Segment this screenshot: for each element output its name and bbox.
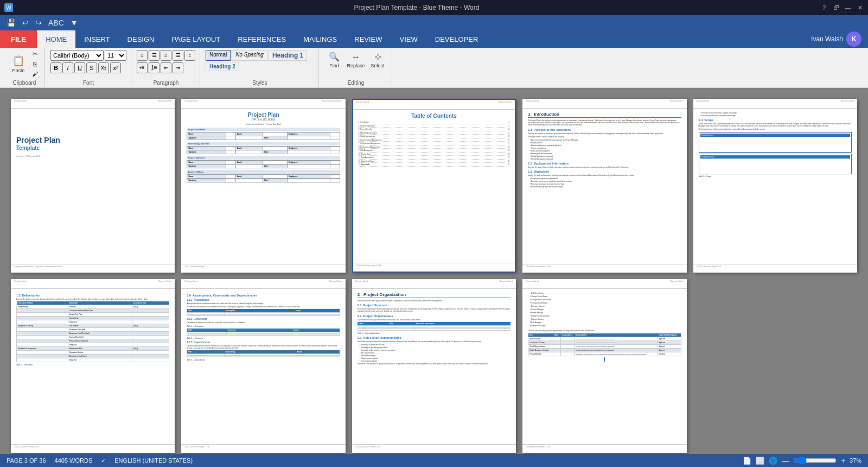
underline-button[interactable]: U — [74, 62, 85, 73]
background-text: Describe the project history. Include in… — [528, 166, 681, 168]
toc-list: 1 Introduction4 2 Project Organization9 … — [359, 121, 509, 167]
dependencies-heading: 1.6.3 Dependencies — [187, 341, 340, 344]
align-left-button[interactable]: ≡ — [137, 50, 148, 61]
page-info[interactable]: PAGE 3 OF 36 — [7, 457, 46, 464]
page-8-body: 2 Project Organization Identify all aspe… — [352, 289, 516, 369]
align-center-button[interactable]: ☰ — [149, 50, 159, 61]
title-page-title: Project Plan — [187, 112, 340, 118]
undo-quick-button[interactable]: ↩ — [20, 17, 31, 28]
cut-button[interactable]: ✂ — [29, 50, 40, 59]
zoom-out-icon[interactable]: — — [782, 457, 789, 465]
zoom-slider[interactable] — [793, 457, 837, 464]
toc-item-7: 7 Configuration Management27 — [359, 142, 509, 146]
paste-button[interactable]: 📋 Paste — [9, 54, 28, 74]
spell-check-icon[interactable]: ✓ — [101, 457, 106, 464]
toc-item-9: 9 Risk Management30 — [359, 149, 509, 153]
zoom-in-icon[interactable]: + — [841, 457, 845, 465]
toc-item-2: 2 Project Organization9 — [359, 125, 509, 128]
requestor-header: Requestor Name: — [187, 128, 340, 131]
zoom-level[interactable]: 37% — [850, 457, 861, 464]
page-6-footer: ©2014 iQ Solutions • Page 6 of 36 — [11, 444, 175, 453]
page-4-header: [Company Name] [Document Name] — [522, 99, 686, 109]
page-4-thumb[interactable]: [Company Name] [Document Name] 1 Introdu… — [522, 99, 686, 273]
find-button[interactable]: 🔍 Find — [324, 50, 344, 71]
print-layout-icon[interactable]: ⬜ — [756, 457, 764, 465]
bullet-list-button[interactable]: •≡ — [137, 62, 148, 73]
minimize-button[interactable]: — — [844, 4, 852, 11]
page-6-thumb[interactable]: [Company Name] [Document Name] 1.5 Deliv… — [11, 279, 175, 453]
read-mode-icon[interactable]: 📄 — [743, 457, 751, 465]
superscript-button[interactable]: x² — [110, 62, 121, 73]
select-button[interactable]: ⊹ Select — [368, 50, 387, 71]
strikethrough-button[interactable]: S — [86, 62, 97, 73]
indent-decrease-button[interactable]: ⇤ — [161, 62, 171, 73]
tab-view[interactable]: VIEW — [391, 30, 426, 48]
document-view[interactable]: [Company Name] [Document Name] Project P… — [0, 88, 868, 454]
font-family-select[interactable]: Calibri (Body) — [50, 50, 104, 61]
numbered-list-button[interactable]: 1≡ — [149, 62, 159, 73]
roles-bullet-5: • Systems knowledge — [360, 355, 510, 357]
italic-button[interactable]: I — [62, 62, 73, 73]
page-7-body: 1.6 Assumptions, Constraints and Depende… — [181, 289, 345, 366]
save-quick-button[interactable]: 💾 — [4, 17, 18, 28]
toc-item-6: 6 Communication Management25 — [359, 139, 509, 142]
align-right-button[interactable]: ≡ — [161, 50, 171, 61]
web-layout-icon[interactable]: 🌐 — [769, 457, 777, 465]
page-9-header: [Company Name] [Document Name] — [522, 279, 686, 289]
role-6: • Product Manager — [530, 308, 681, 311]
title-bar-controls[interactable]: ? 🗗 — ✕ — [820, 4, 864, 11]
restore-button[interactable]: 🗗 — [832, 4, 840, 11]
tab-review[interactable]: REVIEW — [346, 30, 391, 48]
page-5-thumb[interactable]: [Company Name] [Document Name] • Increas… — [693, 99, 857, 273]
style-heading2[interactable]: Heading 2 — [206, 62, 239, 71]
help-button[interactable]: ? — [820, 4, 828, 11]
style-no-spacing[interactable]: No Spacing — [232, 50, 267, 61]
tab-insert[interactable]: INSERT — [75, 30, 118, 48]
language[interactable]: ENGLISH (UNITED STATES) — [114, 457, 193, 464]
style-heading1[interactable]: Heading 1 — [269, 50, 307, 61]
tab-file[interactable]: FILE — [0, 30, 37, 48]
purpose-text2: The Project Plan is used to formalize th… — [528, 136, 681, 138]
tab-references[interactable]: REFERENCES — [229, 30, 295, 48]
user-name: Ivan Walsh — [811, 35, 843, 43]
bold-button[interactable]: B — [50, 62, 61, 73]
copy-button[interactable]: ⎘ — [29, 60, 40, 68]
more-quick-button[interactable]: ▼ — [68, 17, 80, 28]
tab-design[interactable]: DESIGN — [119, 30, 163, 48]
replace-button[interactable]: ↔ Replace — [346, 50, 366, 71]
tab-page-layout[interactable]: PAGE LAYOUT — [163, 30, 229, 48]
paste-icon: 📋 — [12, 55, 24, 67]
proj-org-text: Identify all aspects of the project rela… — [358, 300, 510, 302]
justify-button[interactable]: ☰ — [173, 50, 183, 61]
subscript-button[interactable]: x₂ — [98, 62, 109, 73]
line-spacing-button[interactable]: ↕ — [184, 50, 195, 61]
tab-mailings[interactable]: MAILINGS — [295, 30, 346, 48]
toc-item-5: 5 Quality Management23 — [359, 135, 509, 138]
indent-increase-button[interactable]: ⇥ — [173, 62, 183, 73]
word-count[interactable]: 4405 WORDS — [55, 457, 93, 464]
page-7-thumb[interactable]: [Company Name] [Document Name] 1.6 Assum… — [181, 279, 345, 453]
page-8-thumb[interactable]: [Company Name] [Document Name] 2 Project… — [352, 279, 516, 453]
page-2-thumb[interactable]: [Company Name] [Document Name] [Number] … — [181, 99, 345, 273]
close-button[interactable]: ✕ — [856, 4, 864, 11]
spelling-quick-button[interactable]: ABC — [46, 17, 66, 28]
font-size-select[interactable]: 11 — [105, 50, 126, 61]
editing-group: 🔍 Find ↔ Replace ⊹ Select Editing — [320, 48, 392, 88]
format-painter-button[interactable]: 🖌 — [29, 70, 40, 78]
dependencies-text: Describe dependencies between related ta… — [187, 345, 340, 349]
page-9-thumb[interactable]: [Company Name] [Document Name] • Build C… — [522, 279, 686, 453]
page-3-thumb[interactable]: [Company Name] [Document Name] Table of … — [352, 99, 516, 273]
stakeholders-heading: 2.2 Project Stakeholders — [358, 314, 510, 318]
style-normal[interactable]: Normal — [206, 50, 231, 61]
table5-caption: Table 5 — Dependencies — [187, 359, 340, 361]
page-6-header: [Company Name] [Document Name] — [11, 279, 175, 289]
user-avatar[interactable]: K — [846, 31, 861, 47]
tab-home[interactable]: HOME — [37, 30, 75, 48]
intro-heading: 1 Introduction — [528, 112, 681, 118]
stakeholders-text: List and describe all major stakeholders… — [358, 319, 510, 321]
page-5-footer: ©2014 iQ Solutions • Page 5 of 36 — [693, 264, 857, 273]
tab-developer[interactable]: DEVELOPER — [426, 30, 487, 48]
redo-quick-button[interactable]: ↪ — [33, 17, 44, 28]
bullet-5: • Roles and responsibilities — [530, 150, 681, 152]
page-1-thumb[interactable]: [Company Name] [Document Name] Project P… — [11, 99, 175, 273]
